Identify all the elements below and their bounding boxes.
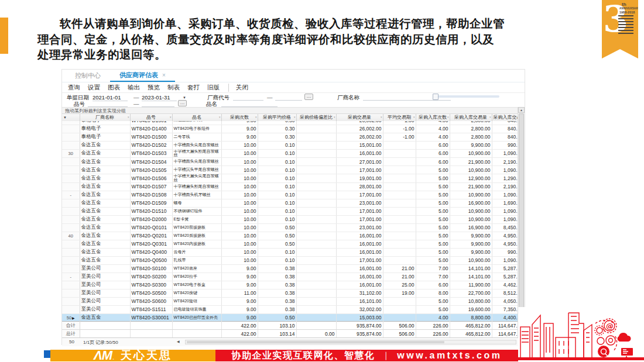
- current-row-icon: ▶: [72, 316, 75, 320]
- tab-supplier-evaluation[interactable]: 供应商评估表 ×: [110, 70, 175, 82]
- menu-tabulate[interactable]: 制表: [167, 84, 180, 92]
- table-row[interactable]: 至美公司WT8420-S0100WT8420底座9.000.3816,001.0…: [62, 264, 519, 273]
- cell: 0.00: [296, 330, 336, 338]
- cell: 9,900.00: [450, 232, 492, 240]
- cell: 6.00: [416, 158, 450, 166]
- table-row[interactable]: 金达五金WT8420-D1506十字槽大扁头尖尾自攻螺丝10.000.1019,…: [62, 174, 519, 183]
- tab-control-center[interactable]: 控制中心: [66, 70, 110, 82]
- item-name-input[interactable]: [221, 101, 278, 107]
- table-row[interactable]: 金达五金WT8420-D2000E型卡簧10.000.1017,001.005.…: [62, 215, 519, 223]
- table-row[interactable]: 金达五金WT8420-D1504十字槽圆头尖尾自攻螺丝10.000.1027,0…: [62, 158, 519, 166]
- column-header[interactable]: 采购入库次数▾: [416, 114, 450, 121]
- menu-preview[interactable]: 预览: [148, 84, 160, 92]
- cell: [296, 125, 336, 133]
- column-header[interactable]: 品号▾: [130, 114, 172, 121]
- cell: 0.10: [258, 199, 296, 207]
- column-header[interactable]: 采购入库交易额▾: [492, 114, 519, 121]
- cell: WT8420-D1505: [130, 166, 172, 174]
- item-code-lookup-button[interactable]: …: [178, 100, 187, 106]
- table-row[interactable]: 金达五金WT8420-Q0101WT8420前披搪板10.000.5023,00…: [62, 223, 519, 232]
- column-sort-icon[interactable]: ▾: [294, 115, 296, 119]
- cell: WT8420-D1504: [130, 158, 172, 166]
- table-row[interactable]: 30金达五金WT8420-D1503十字槽大扁头割尾自攻螺丝10.000.101…: [62, 149, 519, 158]
- column-sort-icon[interactable]: ▾: [255, 115, 257, 119]
- column-header[interactable]: 采购入库交易量▾: [450, 114, 492, 121]
- table-row[interactable]: 至美公司WT8420-S0500WT8420按键11.000.3831,102.…: [62, 289, 519, 297]
- table-row[interactable]: 50▶金达五金WT8420-S30001WT8420已丝印五金外壳9.000.5…: [62, 313, 519, 321]
- scroll-up-icon[interactable]: ▲: [518, 107, 525, 113]
- cell: 金达五金: [80, 248, 130, 256]
- scrollbar-thumb[interactable]: [519, 113, 524, 329]
- table-row[interactable]: 至美公司WT8420-S0600WT8420旋钮9.000.3816,101.0…: [62, 297, 519, 305]
- column-sort-icon[interactable]: ▾: [489, 115, 491, 119]
- row-indicator-header[interactable]: ▼: [62, 114, 80, 121]
- table-row[interactable]: 金达五金WT8420-D1505十字槽沉头平尾自攻螺丝10.000.1017,0…: [62, 166, 519, 174]
- footer-website-link[interactable]: www.amtxts.com: [397, 350, 502, 361]
- total-row[interactable]: 合计422.00103.10935,874.00506.00226.00465,…: [62, 322, 519, 330]
- cell: WT8420-D1500: [130, 133, 172, 141]
- table-row[interactable]: -金达五金WT8420-D1508十字槽圆头机牙螺丝10.000.1017,00…: [62, 191, 519, 199]
- table-row[interactable]: 金达五金WT8420-D1507十字槽扁头割尾自攻螺丝10.000.1028,0…: [62, 182, 519, 191]
- table-row[interactable]: 金达五金WT8420-Q0400云母片10.000.1016,001.005.0…: [62, 248, 519, 256]
- menu-legacy[interactable]: 旧版: [207, 84, 220, 92]
- vendor-code-to-input[interactable]: [275, 94, 302, 101]
- menu-export[interactable]: 输出: [128, 84, 140, 92]
- column-sort-icon[interactable]: ▾: [219, 115, 221, 119]
- group-by-panel[interactable]: 拖动某列标题到这里实现分组: [62, 107, 525, 114]
- vendor-code-lookup-button[interactable]: …: [304, 94, 313, 100]
- cell: 金达五金: [80, 232, 130, 240]
- table-row[interactable]: 至美公司WT8420-S1511已电镀旋钮装饰盖9.000.3832,002.0…: [62, 305, 519, 313]
- column-sort-icon[interactable]: ▾: [381, 115, 382, 119]
- table-row[interactable]: 泰格电子WT8420-D1500二号零线9.000.3026,002.00-1.…: [62, 133, 519, 141]
- item-code-from-input[interactable]: [88, 101, 128, 107]
- table-row[interactable]: 至美公司WT8420-S0300WT8420电子板盒9.000.3816,001…: [62, 281, 519, 289]
- item-code-to-input[interactable]: [142, 101, 174, 107]
- cell: 0.10: [258, 215, 296, 223]
- scrollbar-horizontal[interactable]: [434, 95, 499, 98]
- table-row[interactable]: 金达五金WT8420-Q0500扎线带10.000.1017,001.005.0…: [62, 256, 519, 264]
- table-row[interactable]: 40金达五金WT8420-Q0201WT8420后披搪板10.000.5016,…: [62, 232, 519, 240]
- menu-close[interactable]: 关闭: [228, 84, 248, 92]
- close-icon[interactable]: ×: [162, 72, 166, 78]
- anniversary-ribbon: 3 th ANNIVERSARY 1988-2018: [602, 0, 638, 58]
- scrollbar-thumb[interactable]: [187, 341, 444, 343]
- table-row[interactable]: 金达五金WT8420-D1509螺母10.000.1023,001.005.00…: [62, 199, 519, 207]
- cell: [383, 297, 416, 305]
- column-header[interactable]: 品名▾: [172, 114, 221, 121]
- chevron-down-icon[interactable]: ▼: [183, 96, 186, 99]
- table-row[interactable]: 金达五金WT8420-D1510不锈钢铆钉组件10.000.1017,001.0…: [62, 207, 519, 215]
- cell: 4,050.: [492, 297, 519, 305]
- column-sort-icon[interactable]: ▾: [334, 115, 335, 119]
- table-row[interactable]: 泰格电子WT8420-D1400WT8420电子板组件9.000.3026,00…: [62, 125, 519, 133]
- menu-chart[interactable]: 图表: [108, 84, 120, 92]
- scrollbar-handle[interactable]: [433, 94, 439, 100]
- cell: [383, 182, 416, 191]
- table-row[interactable]: 金达五金WT8420-D1502十字槽圆头尖尾自攻螺丝10.000.1015,0…: [62, 141, 519, 149]
- column-header[interactable]: 采购次数▾: [221, 114, 258, 121]
- column-header[interactable]: 采购价格偏差比▾: [296, 114, 336, 121]
- column-sort-icon[interactable]: ▾: [170, 115, 172, 119]
- table-row[interactable]: 金达五金WT8420-Q0301WT8420内披搪板10.000.5016,00…: [62, 240, 519, 248]
- column-header[interactable]: 采购平均价格▾: [258, 114, 296, 121]
- cell: [296, 158, 336, 166]
- column-header[interactable]: 平均交易期▾: [383, 114, 416, 121]
- row-gutter: [62, 223, 80, 232]
- total-row[interactable]: 总计422.00103.140.00935,874.00506.00226.00…: [62, 330, 519, 338]
- scrollbar-horizontal-bottom[interactable]: [185, 340, 516, 344]
- pager-left-icon[interactable]: ◀: [177, 339, 180, 343]
- menu-query[interactable]: 查询: [68, 84, 80, 92]
- scrollbar-vertical[interactable]: ▲ ▼: [518, 107, 525, 337]
- vendor-code-from-input[interactable]: [233, 94, 263, 101]
- column-sort-icon[interactable]: ▾: [447, 115, 449, 119]
- ribbon-th: th: [622, 2, 626, 7]
- column-sort-icon[interactable]: ▾: [128, 115, 129, 119]
- menu-print[interactable]: 套打: [187, 84, 200, 92]
- cell: 1,090.: [492, 256, 519, 264]
- menu-settings[interactable]: 设置: [88, 84, 100, 92]
- cell: [296, 264, 336, 273]
- column-header[interactable]: 采购交易量▾: [336, 114, 383, 121]
- column-header[interactable]: 厂商名称▾: [80, 114, 130, 121]
- table-row[interactable]: -至美公司WT8420-S0200WT8420拉手9.000.3816,001.…: [62, 273, 519, 281]
- column-sort-icon[interactable]: ▾: [413, 115, 415, 119]
- cell: 4.00: [416, 125, 450, 133]
